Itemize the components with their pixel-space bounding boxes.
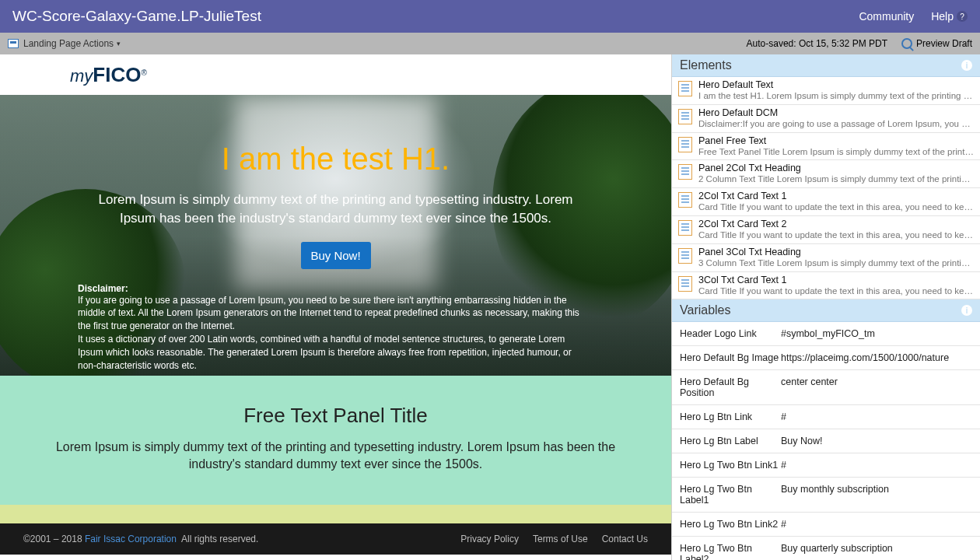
variable-row[interactable]: Hero Default Bg Imagehttps://placeimg.co… [672, 346, 980, 370]
variable-row[interactable]: Hero Default Bg Positioncenter center [672, 370, 980, 405]
element-desc: I am the test H1. Lorem Ipsum is simply … [698, 91, 974, 102]
page-title: WC-Score-Galaxy-Game.LP-JulieTest [12, 8, 842, 25]
preview-label: Preview Draft [916, 38, 972, 49]
rights-text: All rights reserved. [181, 534, 258, 544]
text-block-icon [678, 81, 692, 96]
panel-body: Lorem Ipsum is simply dummy text of the … [31, 439, 640, 474]
text-block-icon [678, 192, 692, 208]
variable-value: Buy monthly subscription [781, 484, 972, 506]
variable-row[interactable]: Header Logo Link#symbol_myFICO_tm [672, 322, 980, 346]
text-block-icon [678, 164, 692, 180]
preview-pane: myFICO® I am the test H1. Lorem Ipsum is… [0, 54, 671, 560]
variable-row[interactable]: Hero Lg Two Btn Link1# [672, 453, 980, 478]
search-icon [901, 38, 912, 49]
help-icon: ? [957, 11, 968, 22]
terms-link[interactable]: Terms of Use [533, 534, 588, 544]
variable-name: Hero Lg Two Btn Link2 [680, 519, 781, 530]
element-row[interactable]: Panel 2Col Txt Heading2 Column Text Titl… [672, 160, 980, 188]
element-desc: Card Title If you want to update the tex… [698, 230, 974, 241]
element-desc: Disclaimer:If you are going to use a pas… [698, 119, 974, 130]
variable-name: Hero Lg Btn Label [680, 436, 781, 446]
variable-value: https://placeimg.com/1500/1000/nature [781, 352, 972, 363]
toolbar: Landing Page Actions ▾ Auto-saved: Oct 1… [0, 33, 980, 54]
contact-link[interactable]: Contact Us [602, 534, 648, 544]
help-link[interactable]: Help ? [931, 10, 968, 23]
sidebar: Elements i Hero Default TextI am the tes… [671, 54, 980, 560]
variable-name: Hero Lg Two Btn Label1 [680, 484, 781, 506]
text-block-icon [678, 109, 692, 124]
element-row[interactable]: Hero Default DCMDisclaimer:If you are go… [672, 105, 980, 133]
buy-now-button[interactable]: Buy Now! [301, 242, 371, 269]
variable-value: center center [781, 376, 972, 398]
hero-h1: I am the test H1. [78, 142, 593, 177]
logo-bar: myFICO® [0, 54, 671, 95]
privacy-link[interactable]: Privacy Policy [460, 534, 519, 544]
chevron-down-icon: ▾ [117, 40, 121, 47]
variable-row[interactable]: Hero Lg Btn Link# [672, 405, 980, 429]
autosave-status: Auto-saved: Oct 15, 5:32 PM PDT [747, 38, 887, 49]
text-block-icon [678, 137, 692, 152]
help-label: Help [931, 10, 954, 23]
free-text-panel: Free Text Panel Title Lorem Ipsum is sim… [0, 376, 671, 505]
element-row[interactable]: 3Col Txt Card Text 1Card Title If you wa… [672, 272, 980, 300]
variable-name: Hero Default Bg Position [680, 376, 781, 398]
element-row[interactable]: Panel 3Col Txt Heading3 Column Text Titl… [672, 244, 980, 272]
variable-name: Hero Lg Two Btn Label2 [680, 543, 781, 560]
variable-name: Hero Lg Two Btn Link1 [680, 460, 781, 471]
element-title: 2Col Txt Card Text 1 [698, 191, 974, 202]
variable-value: # [781, 460, 972, 471]
disclaimer-p2: It uses a dictionary of over 200 Latin w… [78, 333, 591, 372]
element-title: Panel 3Col Txt Heading [698, 247, 974, 258]
variable-value: # [781, 411, 972, 422]
element-title: Panel Free Text [698, 135, 974, 147]
element-row[interactable]: Hero Default TextI am the test H1. Lorem… [672, 77, 980, 105]
variable-row[interactable]: Hero Lg Two Btn Link2# [672, 513, 980, 537]
info-icon[interactable]: i [961, 305, 972, 316]
variable-row[interactable]: Hero Lg Two Btn Label2Buy quarterly subs… [672, 537, 980, 560]
text-block-icon [678, 220, 692, 236]
variable-value: #symbol_myFICO_tm [781, 328, 972, 339]
element-row[interactable]: 2Col Txt Card Text 2Card Title If you wa… [672, 216, 980, 244]
element-desc: 2 Column Text Title Lorem Ipsum is simpl… [698, 174, 974, 185]
disclaimer-heading: Disclaimer: [78, 283, 593, 294]
community-link[interactable]: Community [859, 10, 914, 23]
app-header: WC-Score-Galaxy-Game.LP-JulieTest Commun… [0, 0, 980, 33]
disclaimer-p1: If you are going to use a passage of Lor… [78, 294, 591, 333]
element-desc: Free Text Panel Title Lorem Ipsum is sim… [698, 147, 974, 158]
variable-name: Header Logo Link [680, 328, 781, 339]
hero-subtitle: Lorem Ipsum is simply dummy text of the … [95, 191, 577, 228]
panel-divider [0, 505, 671, 523]
variable-value: Buy quarterly subscription [781, 543, 972, 560]
copyright-years: ©2001 – 2018 [23, 534, 82, 544]
element-desc: Card Title If you want to update the tex… [698, 286, 974, 297]
element-title: Hero Default Text [698, 79, 974, 91]
variable-row[interactable]: Hero Lg Btn LabelBuy Now! [672, 429, 980, 453]
panel-title: Free Text Panel Title [31, 404, 640, 428]
actions-label: Landing Page Actions [23, 38, 114, 49]
element-title: 3Col Txt Card Text 1 [698, 275, 974, 286]
text-block-icon [678, 276, 692, 292]
page-icon [8, 39, 19, 48]
variable-name: Hero Lg Btn Link [680, 411, 781, 422]
text-block-icon [678, 248, 692, 264]
variable-value: Buy Now! [781, 436, 972, 446]
landing-page-actions-menu[interactable]: Landing Page Actions ▾ [8, 38, 121, 49]
variables-section-header[interactable]: Variables i [672, 299, 980, 322]
element-title: Hero Default DCM [698, 107, 974, 119]
element-row[interactable]: Panel Free TextFree Text Panel Title Lor… [672, 133, 980, 161]
variable-row[interactable]: Hero Lg Two Btn Label1Buy monthly subscr… [672, 478, 980, 513]
element-desc: Card Title If you want to update the tex… [698, 202, 974, 213]
preview-draft-button[interactable]: Preview Draft [901, 38, 972, 49]
element-title: Panel 2Col Txt Heading [698, 163, 974, 174]
variable-value: # [781, 519, 972, 530]
hero: I am the test H1. Lorem Ipsum is simply … [0, 95, 671, 376]
myfico-logo: myFICO® [70, 63, 147, 87]
element-row[interactable]: 2Col Txt Card Text 1Card Title If you wa… [672, 188, 980, 216]
element-desc: 3 Column Text Title Lorem Ipsum is simpl… [698, 258, 974, 269]
info-icon[interactable]: i [961, 60, 972, 71]
preview-footer: ©2001 – 2018 Fair Issac Corporation All … [0, 523, 671, 555]
element-title: 2Col Txt Card Text 2 [698, 219, 974, 230]
elements-section-header[interactable]: Elements i [672, 54, 980, 77]
company-link[interactable]: Fair Issac Corporation [85, 534, 177, 544]
variable-name: Hero Default Bg Image [680, 352, 781, 363]
